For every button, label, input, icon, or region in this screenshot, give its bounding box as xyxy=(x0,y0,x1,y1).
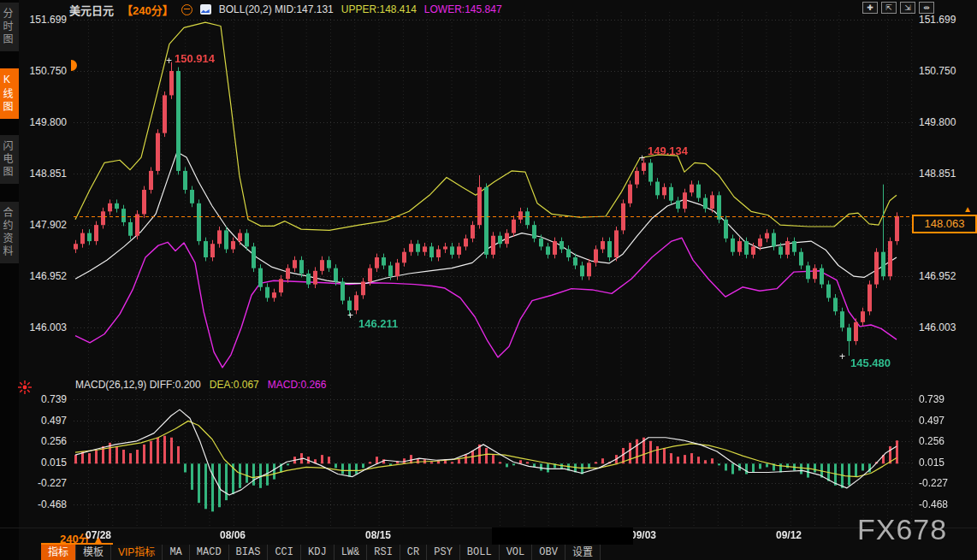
price-chart-canvas[interactable] xyxy=(74,12,914,378)
price-tick: 147.902 xyxy=(0,218,67,232)
macd-tick-right: -0.468 xyxy=(919,498,948,511)
toolbar-tab-settings[interactable]: 设置 xyxy=(565,545,601,560)
low-marker-cross: + xyxy=(347,309,353,321)
price-tick: 150.750 xyxy=(0,64,67,78)
macd-tick-right: 0.015 xyxy=(919,456,944,469)
price-tick: 148.851 xyxy=(0,167,67,180)
high-annotation-2: 149.134 xyxy=(648,144,688,157)
price-tick-right: 148.851 xyxy=(919,167,956,180)
divider xyxy=(0,528,977,528)
price-tick-right: 151.699 xyxy=(919,13,956,27)
sidebar-tab-time-chart[interactable]: 分时图 xyxy=(0,3,19,51)
last-price-arrow-icon: ▲ xyxy=(963,204,972,214)
macd-tick: 0.015 xyxy=(0,456,67,469)
toolbar-tab-rsi[interactable]: RSI xyxy=(367,545,400,560)
toolbar-tab-macd[interactable]: MACD xyxy=(190,545,229,560)
macd-tick-right: -0.227 xyxy=(919,476,948,490)
macd-tick-right: 0.739 xyxy=(919,392,944,406)
high-marker-cross: + xyxy=(639,152,645,164)
low-annotation-2: 145.480 xyxy=(850,357,891,369)
x-axis-date: 08/06 xyxy=(207,529,258,541)
macd-tick-right: 0.497 xyxy=(919,414,944,427)
toolbar-tab-boll[interactable]: BOLL xyxy=(460,545,500,560)
redacted-region xyxy=(492,528,633,545)
price-tick: 146.952 xyxy=(0,269,67,283)
macd-chart-canvas[interactable] xyxy=(74,385,914,528)
x-axis-date: 08/15 xyxy=(352,529,404,541)
price-tick: 151.699 xyxy=(0,13,67,27)
toolbar-tab-indicator[interactable]: 指标 xyxy=(41,545,76,560)
price-tick-right: 146.952 xyxy=(919,269,956,283)
toolbar-tab-ma[interactable]: MA xyxy=(163,545,189,560)
fx678-watermark: FX678 xyxy=(857,513,947,546)
price-tick: 146.003 xyxy=(0,321,67,334)
price-tick-right: 146.003 xyxy=(919,321,956,334)
price-tick: 149.800 xyxy=(0,115,67,129)
toolbar-tab-vol[interactable]: VOL xyxy=(500,545,533,560)
toolbar-tab-lw[interactable]: LW& xyxy=(335,545,368,560)
macd-tick: -0.227 xyxy=(0,476,67,490)
x-axis-date: 07/28 xyxy=(73,529,124,541)
macd-tick: -0.468 xyxy=(0,498,67,511)
toolbar-tab-cci[interactable]: CCI xyxy=(268,545,301,560)
high-marker-cross: + xyxy=(166,55,172,67)
indicator-toolbar: 指标 模板 VIP指标 MA MACD BIAS CCI KDJ LW& RSI… xyxy=(41,545,601,560)
price-tick-right: 149.800 xyxy=(919,115,956,129)
toolbar-tab-vip-indicator[interactable]: VIP指标 xyxy=(111,545,163,560)
macd-tick: 0.739 xyxy=(0,392,67,406)
toolbar-tab-obv[interactable]: OBV xyxy=(532,545,565,560)
macd-tick: 0.497 xyxy=(0,414,67,427)
x-axis-date: 09/12 xyxy=(763,529,814,541)
sidebar-tab-contract-info[interactable]: 合约资料 xyxy=(0,202,19,263)
high-annotation-1: 150.914 xyxy=(175,52,215,65)
toolbar-tab-template[interactable]: 模板 xyxy=(76,545,111,560)
toolbar-tab-bias[interactable]: BIAS xyxy=(229,545,269,560)
chart-window: 分时图 K线图 闪电图 合约资料 美元日元 【240分】 BOLL(20,2) … xyxy=(0,0,977,560)
macd-tick: 0.256 xyxy=(0,434,67,448)
toolbar-tab-kdj[interactable]: KDJ xyxy=(301,545,335,560)
toolbar-tab-psy[interactable]: PSY xyxy=(427,545,460,560)
last-price-badge: 148.063 xyxy=(912,215,977,233)
horizontal-adjust-icon[interactable]: ⇹ xyxy=(919,2,934,14)
toolbar-tab-cr[interactable]: CR xyxy=(400,545,427,560)
price-tick-right: 150.750 xyxy=(919,64,956,78)
low-annotation-1: 146.211 xyxy=(358,317,398,330)
macd-tick-right: 0.256 xyxy=(919,434,944,448)
low-marker-cross: + xyxy=(839,351,845,363)
